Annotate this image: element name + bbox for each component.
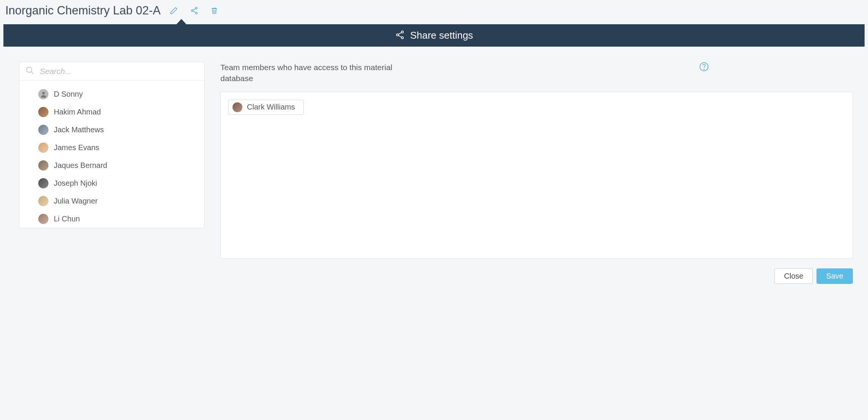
list-item[interactable]: Julia Wagner [19,192,204,210]
member-name: D Sonny [54,90,83,99]
search-icon [25,66,34,77]
access-label: Team members who have access to this mat… [220,62,395,84]
access-header: Team members who have access to this mat… [220,62,853,84]
panel-header: Share settings [3,24,865,47]
avatar [38,214,48,224]
avatar [38,160,48,171]
svg-point-1 [191,10,193,12]
avatar [38,107,48,117]
list-item[interactable]: Hakim Ahmad [19,103,204,121]
svg-point-5 [401,36,403,38]
list-item[interactable]: Li Chun [19,210,204,228]
access-chip[interactable]: Clark Williams [228,100,304,115]
footer: Close Save [0,262,868,295]
page-title: Inorganic Chemistry Lab 02-A [5,4,161,17]
avatar [38,125,48,135]
header-actions [170,6,218,15]
member-list[interactable]: D SonnyHakim AhmadJack MatthewsJames Eva… [19,81,204,228]
svg-point-4 [397,34,398,36]
svg-point-9 [704,69,704,69]
avatar [38,178,48,188]
svg-point-3 [401,31,403,33]
member-name: Julia Wagner [54,197,98,205]
delete-icon[interactable] [211,6,218,15]
list-item[interactable]: Joseph Njoki [19,174,204,192]
avatar [233,102,242,112]
panel-title: Share settings [410,30,473,41]
save-button[interactable]: Save [816,268,853,284]
content: D SonnyHakim AhmadJack MatthewsJames Eva… [0,47,868,262]
member-name: Hakim Ahmad [54,108,101,116]
members-panel: D SonnyHakim AhmadJack MatthewsJames Eva… [19,62,205,228]
panel-pointer [176,19,186,24]
search-input[interactable] [40,67,198,76]
list-item[interactable]: James Evans [19,139,204,157]
share-icon [395,30,405,41]
list-item[interactable]: Jaques Bernard [19,157,204,174]
help-icon[interactable] [699,62,709,73]
member-name: Jaques Bernard [54,161,107,170]
edit-icon[interactable] [170,6,178,15]
chip-name: Clark Williams [247,103,295,111]
avatar [38,143,48,153]
avatar [38,89,48,99]
list-item[interactable]: Jack Matthews [19,121,204,139]
svg-point-0 [195,7,197,9]
avatar [38,196,48,206]
list-item[interactable]: D Sonny [19,85,204,103]
member-name: Jack Matthews [54,125,104,134]
close-button[interactable]: Close [774,268,813,284]
search-wrap [19,62,204,81]
member-name: James Evans [54,143,99,152]
svg-point-7 [42,92,45,94]
access-box: Clark Williams [220,92,853,259]
access-panel: Team members who have access to this mat… [220,62,853,259]
page-header: Inorganic Chemistry Lab 02-A [0,0,868,24]
share-icon[interactable] [190,6,198,15]
svg-point-2 [195,12,197,14]
member-name: Joseph Njoki [54,179,97,188]
svg-point-6 [27,67,32,72]
member-name: Li Chun [54,215,80,223]
